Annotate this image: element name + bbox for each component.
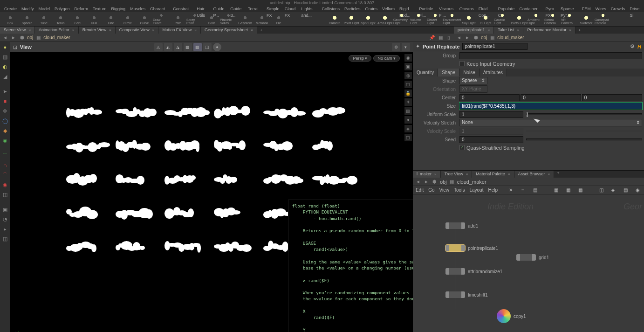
tab-close-icon[interactable]: × [194,28,197,32]
menu-item[interactable]: Hair Utils [194,6,211,12]
shelf-tool-sphere[interactable]: Sphere [19,13,35,25]
camera-none-pill[interactable]: No cam ▾ [373,55,400,62]
lock-icon[interactable]: ▯ [445,35,452,41]
tab-add-button[interactable]: + [575,28,583,33]
net-toolbar-icon[interactable]: ≡ [519,187,527,193]
network-canvas[interactable]: Indie Edition Geor add1pointreplicate1at… [413,194,644,332]
obj-icon[interactable]: ⬢ [473,35,479,41]
shelf-tool-file[interactable]: File [270,13,287,25]
net-menu-item[interactable]: Tools [454,187,465,193]
path-node[interactable]: cloud_maker [497,35,524,40]
shelf-tool-box[interactable]: Box [2,13,19,25]
menu-item[interactable]: Viscous Fl... [437,6,457,12]
vp-cam-icon[interactable]: ◫ [404,81,412,88]
menu-item[interactable]: Vellum [380,6,397,12]
tab-close-icon[interactable]: × [569,28,571,32]
tab-close-icon[interactable]: × [434,172,437,176]
operator-name-field[interactable] [462,43,528,50]
shelf-tool-curve[interactable]: Curve [136,13,153,25]
shelf-tool-volume-light[interactable]: Volume Light [410,13,427,25]
pane-tab[interactable]: Asset Browser× [514,171,555,178]
shelf-tool-gi-light[interactable]: GI Light [477,13,494,25]
center-y-field[interactable] [521,94,581,101]
obj-icon[interactable]: ⬢ [19,35,25,41]
shelf-tool-area-light[interactable]: Area Light [377,13,393,25]
size-field[interactable] [459,103,642,110]
group-field[interactable] [459,52,642,59]
vp-lock-icon[interactable]: 🔒 [404,90,412,97]
menu-item[interactable]: Lights and... [299,6,320,12]
magnet-tool-icon[interactable]: ∩ [1,161,9,169]
pane-tab[interactable]: pointreplicate1× [454,27,494,34]
menu-item[interactable]: Modify [19,6,36,12]
vp-btn-3-icon[interactable]: ◮ [174,43,182,51]
shelf-tool-camera[interactable]: Camera [326,13,343,25]
shelf-tool-platonic-solids[interactable]: Platonic Solids [220,13,237,25]
gear-icon[interactable]: ⚙ [630,43,635,49]
shape-select[interactable]: Sphere ⇕ [459,77,487,84]
vp-gear-icon[interactable]: ⚙ [392,43,400,51]
view-mode-icon[interactable]: ⊡ [13,44,17,50]
nav-fwd-icon[interactable]: ► [10,35,17,41]
select-tool-icon[interactable]: ➤ [1,87,9,96]
net-menu-item[interactable]: Edit [416,187,424,193]
menu-item[interactable]: Pyro FX [543,6,558,12]
vp-bg-icon[interactable]: ▤ [404,107,412,115]
nav-back-icon[interactable]: ◄ [415,179,421,185]
menu-item[interactable]: Rigid Bod... [397,6,417,12]
shelf-tool-point-light[interactable]: Point Light [343,13,360,25]
vp-menu-icon[interactable]: ▾ [402,43,410,51]
handle-tool-icon[interactable]: ◉ [1,136,9,145]
pin-icon[interactable]: 📌 [429,35,435,41]
param-tab-quantity[interactable]: Quantity [413,69,438,76]
menu-item[interactable]: Particle Fl... [417,6,437,12]
shelf-tool-path[interactable]: Path [170,13,186,25]
tab-close-icon[interactable]: × [28,28,31,32]
menu-item[interactable]: Oceans [457,6,476,12]
region-tool-icon[interactable]: ◫ [1,235,9,243]
menu-item[interactable]: Drive Si [627,6,642,12]
vp-eye-icon[interactable]: ◉ [404,54,412,62]
net-menu-item[interactable]: Layout [469,187,483,193]
vp-mat-icon[interactable]: ● [404,116,412,124]
grid-icon[interactable]: ▦ [437,35,444,41]
menu-item[interactable]: Fluid Con... [476,6,496,12]
shelf-tool-tube[interactable]: Tube [35,13,52,25]
shelf-tool-stereo-camera[interactable]: Stereo Camera [544,13,561,25]
network-node-copy1[interactable]: copy1 [497,309,526,323]
net-menu-item[interactable]: Go [428,187,434,193]
tab-close-icon[interactable]: × [488,28,490,32]
display-tool-icon[interactable]: ◫ [1,190,9,199]
shelf-tool-switcher[interactable]: Switcher [578,13,595,25]
pane-tab[interactable]: l_maker× [413,171,441,178]
menu-item[interactable]: Constrai... [171,6,194,12]
tab-close-icon[interactable]: × [109,28,111,32]
tab-close-icon[interactable]: × [548,172,550,176]
network-node-pointreplicate1[interactable]: pointreplicate1 [445,245,498,251]
menu-item[interactable]: Texture [90,6,109,12]
camera-persp-pill[interactable]: Persp ▾ [349,55,371,62]
tab-close-icon[interactable]: × [152,28,155,32]
net-menu-item[interactable]: View [439,187,450,193]
pane-tab[interactable]: Animation Editor× [35,27,79,34]
menu-item[interactable]: Crowds [609,6,628,12]
shelf-tool-distant-light[interactable]: Distant Light [427,13,444,25]
menu-item[interactable]: Populate C... [496,6,517,12]
inspect-tool-icon[interactable]: ◔ [1,215,9,223]
menu-item[interactable]: Model [36,6,53,12]
menu-item[interactable]: Sparse Pyr... [558,6,580,12]
flipbook-tool-icon[interactable]: ▸ [1,225,9,233]
vp-hq-icon[interactable]: ◈ [404,125,412,132]
vp-tpl-icon[interactable]: ▣ [404,63,412,70]
net-toolbar-icon[interactable]: ▦ [552,187,560,193]
net-toolbar-icon[interactable]: ▦ [564,187,572,193]
tab-add-button[interactable]: + [554,171,562,178]
shelf-tool-null[interactable]: Null [86,13,103,25]
shelf-tool-circle[interactable]: Circle [119,13,136,25]
menu-item[interactable]: Muscles [128,6,148,12]
geo-icon[interactable]: ▦ [489,35,495,41]
menu-item[interactable]: Charact... [148,6,171,12]
net-path-obj[interactable]: obj [440,179,447,185]
nav-fwd-icon[interactable]: ► [423,179,430,185]
seed-field[interactable] [459,136,523,143]
